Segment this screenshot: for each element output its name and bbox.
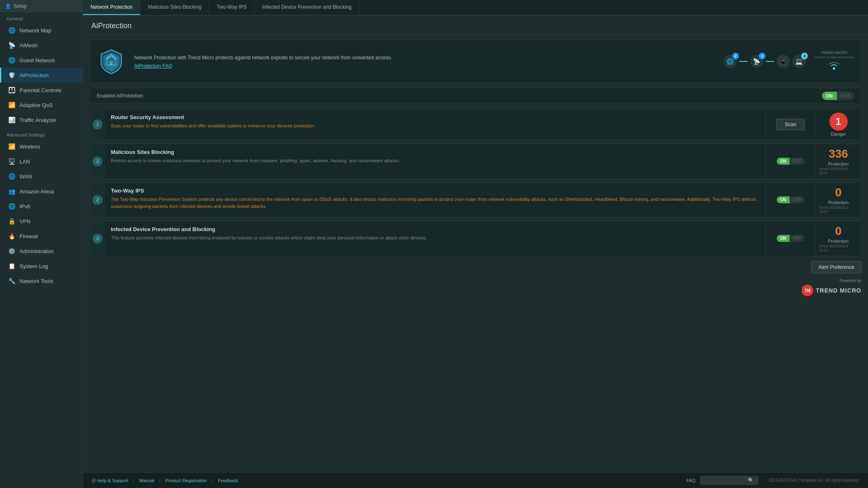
feature-stat-2b: 0 Protection Since 2023/03/13 16:57 <box>815 183 861 217</box>
feature-row-infected-device: 3 Infected Device Prevention and Blockin… <box>90 221 861 256</box>
diagram-line-1 <box>739 61 748 62</box>
feature-content-1: Router Security Assessment Scan your rou… <box>105 109 765 140</box>
hero-shield-icon <box>97 47 126 76</box>
main-panel: Network Protection Malicious Sites Block… <box>83 0 868 488</box>
sidebar-item-network-map[interactable]: 🌐 Network Map <box>0 23 83 38</box>
manual-link[interactable]: Manual <box>139 478 154 483</box>
feature-title-2b: Two-Way IPS <box>111 188 760 194</box>
powered-by-text: Powered by <box>839 278 861 283</box>
feature-content-2a: Malicious Sites Blocking Restrict access… <box>105 144 765 178</box>
sidebar-item-label: Administration <box>20 248 54 254</box>
stat-value-3: 0 <box>835 224 842 238</box>
sidebar-item-label: Firewall <box>20 233 38 239</box>
guest-network-icon: 🌐 <box>8 56 15 64</box>
search-icon[interactable]: 🔍 <box>748 478 754 483</box>
stat-label-2b: Protection <box>828 200 849 205</box>
footer-search-input[interactable] <box>704 478 746 483</box>
sidebar-item-aimesh[interactable]: 📡 AiMesh <box>0 38 83 53</box>
feature-title-3: Infected Device Prevention and Blocking <box>111 226 760 232</box>
stat-value-2a: 336 <box>829 147 848 161</box>
tab-malicious-sites[interactable]: Malicious Sites Blocking <box>140 0 209 15</box>
internet-icon: 🌐 2 <box>724 55 737 68</box>
enable-toggle-label: Enabled AiProtection <box>97 93 822 99</box>
sidebar-item-parental-controls[interactable]: 👨‍👩‍👧 Parental Controls <box>0 83 83 98</box>
footer: 🛈 Help & Support | Manual | Product Regi… <box>83 472 868 488</box>
sidebar-item-administration[interactable]: ⚙️ Administration <box>0 244 83 259</box>
enable-aiprotection-row: Enabled AiProtection ON OFF <box>90 88 861 104</box>
network-map-icon: 🌐 <box>8 27 15 34</box>
malicious-sites-toggle[interactable]: ON OFF <box>777 158 804 165</box>
tab-bar: Network Protection Malicious Sites Block… <box>83 0 868 16</box>
aiprotection-faq-link[interactable]: AiProtection FAQ <box>134 63 172 69</box>
sidebar-item-traffic-analyzer[interactable]: 📊 Traffic Analyzer <box>0 112 83 127</box>
badge-1: 1 <box>759 53 765 59</box>
faq-label: FAQ <box>686 478 695 483</box>
tab-two-way-ips[interactable]: Two-Way IPS <box>209 0 254 15</box>
sidebar-item-label: WAN <box>20 173 32 180</box>
badge-3: 3 <box>801 53 808 59</box>
sidebar-item-vpn[interactable]: 🔒 VPN <box>0 214 83 229</box>
vpn-icon: 🔒 <box>8 217 15 225</box>
num-badge-2a: 2 <box>93 156 103 166</box>
badge-2: 2 <box>732 53 739 59</box>
sidebar-item-label: AiProtection <box>20 72 49 78</box>
tab-infected-device[interactable]: Infected Device Prevention and Blocking <box>254 0 359 15</box>
product-reg-link[interactable]: Product Registration <box>165 478 207 483</box>
sidebar-item-network-tools[interactable]: 🔧 Network Tools <box>0 273 83 288</box>
hero-banner: Network Protection with Trend Micro prot… <box>90 40 861 83</box>
wan-icon: 🌐 <box>8 173 15 180</box>
feature-num-2b: 2 <box>90 183 105 217</box>
footer-search-bar[interactable]: 🔍 <box>700 476 758 485</box>
help-support-link[interactable]: 🛈 Help & Support <box>91 478 128 483</box>
sidebar-item-adaptive-qos[interactable]: 📶 Adaptive QoS <box>0 98 83 112</box>
alert-pref-row: Alert Preference <box>90 261 861 273</box>
stat-label-2a: Protection <box>828 161 849 166</box>
sidebar-item-amazon-alexa[interactable]: 👥 Amazon Alexa <box>0 184 83 199</box>
general-section-label: General <box>0 13 83 23</box>
sidebar-item-ipv6[interactable]: 🌐 IPv6 <box>0 199 83 214</box>
stat-date-2a: Since 2023/03/13 16:57 <box>819 167 858 175</box>
sidebar-item-guest-network[interactable]: 🌐 Guest Network <box>0 53 83 68</box>
alert-preference-button[interactable]: Alert Preference <box>811 261 861 273</box>
feature-row-two-way-ips: 2 Two-Way IPS The Two-Way Intrusion Prev… <box>90 182 861 217</box>
tab-network-protection[interactable]: Network Protection <box>83 0 140 15</box>
two-way-ips-toggle[interactable]: ON OFF <box>777 196 804 203</box>
trend-circle-icon: TM <box>802 285 813 296</box>
stat-danger-label: Danger <box>831 132 846 137</box>
sidebar-item-wan[interactable]: 🌐 WAN <box>0 169 83 184</box>
diagram-node-router: 📡 1 <box>750 55 763 68</box>
hero-text: Network Protection with Trend Micro prot… <box>134 54 715 69</box>
traffic-analyzer-icon: 📊 <box>8 116 15 124</box>
toggle-on: ON <box>777 196 790 203</box>
sidebar-item-label: VPN <box>20 218 31 224</box>
tab-label: Network Protection <box>90 4 132 10</box>
router-icon: 📡 1 <box>750 55 763 68</box>
infected-device-toggle[interactable]: ON OFF <box>777 235 804 242</box>
feature-row-router-security: 1 Router Security Assessment Scan your r… <box>90 109 861 140</box>
trend-micro-logo: TREND MICRO SMART HOME NETWORK <box>814 51 854 73</box>
scan-button[interactable]: Scan <box>776 119 805 130</box>
sidebar-item-label: Parental Controls <box>20 87 61 93</box>
sidebar-item-system-log[interactable]: 📋 System Log <box>0 259 83 273</box>
sidebar-item-label: IPv6 <box>20 203 30 210</box>
toggle-off: OFF <box>790 158 804 165</box>
trend-wifi-icon <box>824 59 844 72</box>
adaptive-qos-icon: 📶 <box>8 101 15 109</box>
feedback-link[interactable]: Feedback <box>218 478 238 483</box>
stat-date-3: Since 2023/03/13 16:57 <box>819 244 858 252</box>
sidebar-item-lan[interactable]: 🖥️ LAN <box>0 154 83 169</box>
sidebar-setup[interactable]: 👤 Setup <box>0 0 83 13</box>
feature-title-2a: Malicious Sites Blocking <box>111 149 760 155</box>
parental-controls-icon: 👨‍👩‍👧 <box>8 86 15 94</box>
stat-label-3: Protection <box>828 239 849 244</box>
ipv6-icon: 🌐 <box>8 203 15 210</box>
network-tools-icon: 🔧 <box>8 277 15 285</box>
feature-action-2a: ON OFF <box>765 144 815 178</box>
stat-danger-value: 1 <box>829 112 848 131</box>
enable-toggle-switch[interactable]: ON OFF <box>822 92 855 100</box>
tablet-icon: 📱 <box>777 55 790 68</box>
sidebar-item-aiprotection[interactable]: 🛡️ AiProtection <box>0 68 83 83</box>
sidebar-item-firewall[interactable]: 🔥 Firewall <box>0 229 83 244</box>
sidebar-item-wireless[interactable]: 📶 Wireless <box>0 139 83 154</box>
feature-title-1: Router Security Assessment <box>111 114 760 120</box>
